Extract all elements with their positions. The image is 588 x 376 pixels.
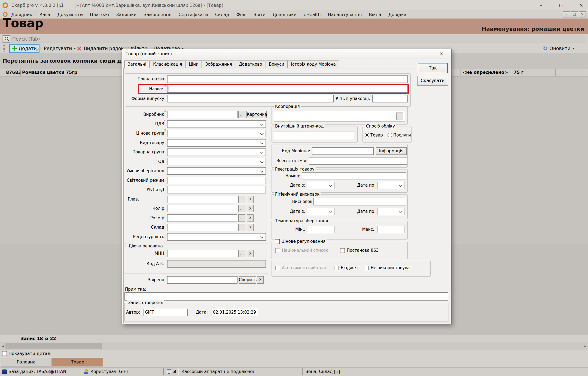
- menu-item[interactable]: Платежі: [86, 12, 112, 17]
- resolution-863-checkbox[interactable]: [340, 248, 345, 253]
- qty-per-pack-field[interactable]: [372, 95, 408, 102]
- warehouse-clear-button[interactable]: X: [247, 224, 254, 231]
- menu-item[interactable]: Замовлення: [140, 12, 175, 17]
- reg-date-from-select[interactable]: [307, 182, 334, 189]
- goods-radio[interactable]: [365, 133, 369, 137]
- mnn-clear-button[interactable]: X: [247, 250, 254, 257]
- size-lookup-icon[interactable]: …: [238, 214, 245, 222]
- tab-tovar[interactable]: Товар: [52, 358, 103, 366]
- price-regulation-checkbox[interactable]: [275, 239, 280, 244]
- menu-item[interactable]: Довідка: [385, 12, 410, 17]
- manufacturer-field[interactable]: [167, 111, 238, 118]
- corporation-field[interactable]: [274, 111, 405, 122]
- hyg-date-from-select[interactable]: [307, 208, 334, 215]
- cell-id[interactable]: 87683: [6, 69, 21, 77]
- warehouse-lookup-icon[interactable]: …: [238, 224, 245, 231]
- light-mode-field[interactable]: [167, 177, 266, 184]
- note-field[interactable]: [124, 292, 448, 301]
- manufacturer-lookup-icon[interactable]: …: [238, 111, 245, 118]
- cancel-button[interactable]: Скасувати: [417, 76, 448, 86]
- dialog-tab[interactable]: Додатково: [236, 60, 265, 68]
- horizontal-scrollbar[interactable]: ◄ ►: [0, 342, 588, 350]
- cell-full-name[interactable]: Ромашки цветки 75гр: [21, 69, 122, 77]
- corporation-lookup-icon[interactable]: …: [396, 113, 403, 120]
- glav-lookup-icon[interactable]: …: [238, 196, 245, 203]
- menu-item[interactable]: Залишки: [112, 12, 140, 17]
- product-kind-select[interactable]: [167, 139, 266, 147]
- hyg-date-to-select[interactable]: [377, 208, 404, 215]
- reg-date-to-select[interactable]: [377, 182, 404, 189]
- cell-qty[interactable]: [556, 69, 588, 77]
- world-name-field[interactable]: [309, 157, 407, 165]
- toolbar-grip-handle[interactable]: [3, 45, 5, 52]
- tab-home[interactable]: Головна: [1, 358, 51, 366]
- verify-button[interactable]: Сверить: [239, 276, 256, 284]
- storage-conditions-select[interactable]: [167, 167, 266, 175]
- mdi-close-button[interactable]: ×: [579, 11, 586, 17]
- dialog-tab[interactable]: Ціни: [185, 60, 202, 68]
- menu-item[interactable]: Документи: [54, 12, 87, 17]
- mdi-restore-button[interactable]: □: [571, 11, 578, 17]
- scroll-left-icon[interactable]: ◄: [0, 342, 5, 350]
- product-group-select[interactable]: [167, 148, 266, 156]
- dialog-tab[interactable]: Історія коду Моріона: [288, 60, 339, 68]
- glav-clear-button[interactable]: X: [247, 196, 254, 203]
- not-used-checkbox[interactable]: [364, 266, 369, 270]
- color-clear-button[interactable]: X: [247, 205, 254, 212]
- vat-select[interactable]: [167, 120, 266, 128]
- card-button[interactable]: Карточка: [246, 111, 267, 118]
- ok-button[interactable]: Так: [418, 63, 448, 73]
- search-icon[interactable]: [3, 35, 10, 43]
- info-button[interactable]: Інформація: [376, 147, 407, 155]
- minimize-button[interactable]: –: [537, 2, 545, 8]
- mdi-minimize-button[interactable]: –: [563, 11, 570, 17]
- dialog-tab[interactable]: Зображення: [202, 60, 235, 68]
- restore-button[interactable]: □: [557, 2, 565, 8]
- temp-max-field[interactable]: [377, 226, 404, 233]
- color-lookup-icon[interactable]: …: [238, 205, 245, 212]
- close-button[interactable]: ×: [577, 2, 585, 8]
- glav-field[interactable]: [167, 196, 237, 203]
- cell-form[interactable]: 75 г: [512, 69, 556, 77]
- menu-item[interactable]: Склад: [212, 12, 233, 17]
- menu-item[interactable]: Звіти: [250, 12, 269, 17]
- dialog-close-icon[interactable]: ×: [438, 51, 445, 57]
- cell-name[interactable]: <не определено>: [461, 69, 512, 77]
- refresh-button[interactable]: ↻ Оновити ▼: [541, 44, 576, 53]
- author-field[interactable]: GIFT: [144, 309, 188, 316]
- conclusion-field[interactable]: [313, 198, 406, 205]
- budget-checkbox[interactable]: [334, 266, 339, 270]
- menu-item[interactable]: Налаштування: [324, 12, 365, 17]
- release-form-field[interactable]: [167, 95, 334, 102]
- scroll-right-icon[interactable]: ►: [583, 342, 588, 350]
- name-field[interactable]: [167, 85, 408, 93]
- services-radio[interactable]: [388, 133, 392, 137]
- menu-item[interactable]: eHealth: [300, 12, 324, 17]
- color-field[interactable]: [167, 205, 237, 212]
- menu-item[interactable]: Сертифікати: [175, 12, 211, 17]
- mnn-lookup-icon[interactable]: …: [238, 250, 245, 257]
- warehouse-field[interactable]: [167, 224, 237, 231]
- ukt-zed-field[interactable]: [167, 186, 266, 193]
- unit-select[interactable]: [167, 158, 266, 165]
- temp-min-field[interactable]: [307, 226, 334, 233]
- reg-number-field[interactable]: [302, 172, 406, 180]
- dialog-tab[interactable]: Загальні: [124, 60, 150, 68]
- search-input[interactable]: [11, 36, 586, 42]
- price-group-select[interactable]: [167, 130, 266, 137]
- menu-item[interactable]: Вікна: [365, 12, 385, 17]
- mnn-field[interactable]: [167, 250, 237, 257]
- barcode-field[interactable]: [274, 132, 355, 139]
- verified-clear-button[interactable]: X: [257, 276, 264, 284]
- dialog-tab[interactable]: Бонуси: [266, 60, 287, 68]
- delete-row-button[interactable]: × Видалити рядок: [74, 44, 126, 53]
- created-date-field[interactable]: 02.01.2025 13:02:29: [212, 309, 258, 316]
- size-field[interactable]: [167, 214, 237, 222]
- menu-item[interactable]: Довідники: [269, 12, 300, 17]
- edit-button[interactable]: Редагувати ▼: [34, 44, 78, 53]
- show-details-checkbox[interactable]: [2, 351, 7, 356]
- verified-field[interactable]: [167, 276, 237, 284]
- recipe-select[interactable]: [167, 233, 266, 241]
- scrollbar-thumb[interactable]: [5, 343, 102, 349]
- full-name-field[interactable]: [167, 75, 408, 83]
